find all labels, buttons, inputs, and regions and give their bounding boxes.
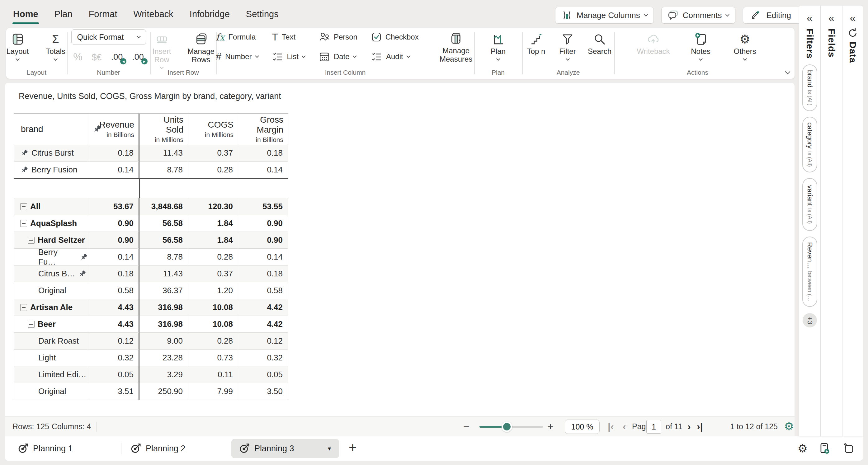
expand-panel-icon[interactable]: « xyxy=(807,12,813,23)
data-panel-title[interactable]: Data xyxy=(847,42,858,63)
fields-panel-title[interactable]: Fields xyxy=(826,29,837,58)
row-label-cell[interactable]: Citrus Burst xyxy=(14,145,88,161)
value-cell[interactable]: 0.18 xyxy=(88,145,140,161)
value-cell[interactable]: 0.14 xyxy=(88,249,140,266)
value-cell[interactable]: 316.98 xyxy=(140,316,188,333)
value-cell[interactable]: 316.98 xyxy=(140,299,188,316)
value-cell[interactable]: 0.90 xyxy=(88,232,140,249)
audit-column-button[interactable]: Audit xyxy=(371,50,419,63)
value-cell[interactable]: 56.58 xyxy=(140,215,188,232)
menu-item-format[interactable]: Format xyxy=(88,8,118,21)
filter-pill[interactable]: brandis (All) xyxy=(802,64,817,111)
value-cell[interactable]: 0.28 xyxy=(188,333,238,349)
value-cell[interactable]: 7.99 xyxy=(188,383,238,400)
value-cell[interactable]: 0.58 xyxy=(238,282,288,299)
menu-item-infobridge[interactable]: Infobridge xyxy=(189,8,230,21)
pin-icon[interactable] xyxy=(92,124,102,134)
decrease-decimal-button[interactable]: .00◀ xyxy=(111,52,123,62)
value-cell[interactable]: 3.51 xyxy=(88,383,140,400)
value-cell[interactable]: 0.14 xyxy=(88,161,140,178)
tab-planning-1[interactable]: Planning 1 xyxy=(18,436,73,461)
filter-button[interactable]: Filter xyxy=(556,32,579,61)
column-header-cogs[interactable]: COGS in Millions xyxy=(188,114,238,145)
filters-panel-title[interactable]: Filters xyxy=(805,29,815,59)
add-sheet-button[interactable]: + xyxy=(349,441,357,455)
value-cell[interactable]: 0.14 xyxy=(238,161,288,178)
value-cell[interactable]: 0.12 xyxy=(88,333,140,349)
pin-icon[interactable] xyxy=(20,166,28,174)
value-cell[interactable]: 3.50 xyxy=(238,383,288,400)
menu-item-plan[interactable]: Plan xyxy=(54,8,73,21)
value-cell[interactable]: 0.73 xyxy=(188,349,238,366)
plan-button[interactable]: Plan xyxy=(485,32,512,61)
checkbox-column-button[interactable]: Checkbox xyxy=(371,31,419,44)
value-cell[interactable]: 11.43 xyxy=(140,145,188,161)
value-cell[interactable]: 23.28 xyxy=(140,349,188,366)
value-cell[interactable]: 0.58 xyxy=(88,282,140,299)
collapse-icon[interactable] xyxy=(20,304,27,311)
column-header-units-sold[interactable]: Units Sold in Millions xyxy=(140,114,188,145)
new-report-icon[interactable] xyxy=(818,442,831,455)
menu-item-writeback[interactable]: Writeback xyxy=(133,8,174,21)
value-cell[interactable]: 250.90 xyxy=(140,383,188,400)
value-cell[interactable]: 53.67 xyxy=(88,198,140,215)
value-cell[interactable]: 0.18 xyxy=(238,266,288,282)
collapse-icon[interactable] xyxy=(20,220,27,227)
value-cell[interactable]: 1.20 xyxy=(188,282,238,299)
column-header-revenue[interactable]: Revenue in Billions xyxy=(88,114,140,145)
comments-button[interactable]: Comments xyxy=(661,7,736,24)
writeback-button[interactable]: Writeback xyxy=(637,32,670,56)
person-column-button[interactable]: Person xyxy=(319,31,358,44)
table-settings-gear-icon[interactable]: ⚙ xyxy=(784,417,794,436)
column-header-gross-margin[interactable]: Gross Margin in Billions xyxy=(238,114,288,145)
expand-panel-icon[interactable]: « xyxy=(829,12,834,23)
value-cell[interactable]: 0.37 xyxy=(188,266,238,282)
row-label-cell[interactable]: Beer xyxy=(14,316,88,333)
zoom-in-button[interactable]: + xyxy=(547,417,554,436)
more-filters-badge[interactable]: +3 xyxy=(803,313,817,328)
value-cell[interactable]: 0.28 xyxy=(188,249,238,266)
value-cell[interactable]: 0.90 xyxy=(238,232,288,249)
value-cell[interactable]: 0.05 xyxy=(88,366,140,383)
value-cell[interactable]: 8.78 xyxy=(140,161,188,178)
top-n-button[interactable]: Top n xyxy=(524,32,548,56)
value-cell[interactable]: 4.42 xyxy=(238,299,288,316)
row-label-cell[interactable]: Original xyxy=(14,383,88,400)
row-label-cell[interactable]: Berry Fusion xyxy=(14,161,88,178)
value-cell[interactable]: 10.08 xyxy=(188,299,238,316)
column-header-brand[interactable]: brand xyxy=(14,114,88,145)
value-cell[interactable]: 120.30 xyxy=(188,198,238,215)
filter-pill[interactable]: variantis (All) xyxy=(802,178,817,231)
value-cell[interactable]: 4.42 xyxy=(238,316,288,333)
tab-menu-arrow-icon[interactable]: ▾ xyxy=(328,445,331,452)
value-cell[interactable]: 0.14 xyxy=(238,249,288,266)
percent-format-icon[interactable]: % xyxy=(73,52,82,62)
value-cell[interactable]: 0.18 xyxy=(88,266,140,282)
number-column-button[interactable]: # Number xyxy=(216,50,258,63)
row-label-cell[interactable]: Hard Seltzer xyxy=(14,232,88,249)
date-column-button[interactable]: Date xyxy=(319,50,358,63)
zoom-out-button[interactable]: − xyxy=(463,417,469,436)
value-cell[interactable]: 0.11 xyxy=(188,366,238,383)
value-cell[interactable]: 1.84 xyxy=(188,215,238,232)
collapse-icon[interactable] xyxy=(28,237,35,244)
value-cell[interactable]: 56.58 xyxy=(140,232,188,249)
expand-panel-icon[interactable]: « xyxy=(850,12,856,23)
value-cell[interactable]: 3,848.68 xyxy=(140,198,188,215)
collapse-icon[interactable] xyxy=(20,203,27,210)
menu-item-home[interactable]: Home xyxy=(12,8,39,21)
next-page-button[interactable]: › xyxy=(687,417,691,436)
value-cell[interactable]: 9.00 xyxy=(140,333,188,349)
row-label-cell[interactable]: AquaSplash xyxy=(14,215,88,232)
notes-button[interactable]: Notes xyxy=(687,32,714,61)
zoom-slider-thumb[interactable] xyxy=(501,422,512,432)
zoom-level-box[interactable]: 100 % xyxy=(565,420,600,434)
row-label-cell[interactable]: Light xyxy=(14,349,88,366)
value-cell[interactable]: 3.29 xyxy=(140,366,188,383)
pin-icon[interactable] xyxy=(80,253,88,261)
totals-button[interactable]: Σ Totals xyxy=(42,32,69,61)
row-label-cell[interactable]: Berry Fu… xyxy=(14,249,88,266)
increase-decimal-button[interactable]: .00▶ xyxy=(132,52,144,62)
row-label-cell[interactable]: Artisan Ale xyxy=(14,299,88,316)
layout-button[interactable]: Layout xyxy=(4,32,31,61)
